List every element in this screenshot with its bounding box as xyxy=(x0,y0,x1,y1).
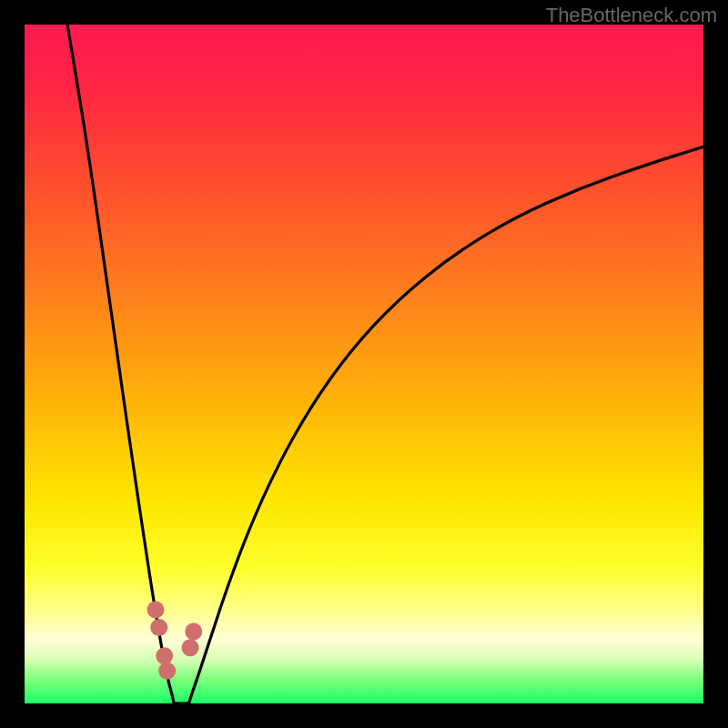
chart-frame: TheBottleneck.com xyxy=(0,0,728,728)
watermark-text: TheBottleneck.com xyxy=(546,4,717,27)
data-marker xyxy=(147,602,164,619)
gradient-background xyxy=(25,25,703,703)
data-marker xyxy=(182,639,199,656)
chart-svg xyxy=(25,25,703,703)
data-marker xyxy=(158,662,176,680)
data-marker xyxy=(150,619,167,636)
data-marker xyxy=(185,622,202,640)
data-marker xyxy=(156,647,173,664)
plot-area xyxy=(25,25,703,703)
